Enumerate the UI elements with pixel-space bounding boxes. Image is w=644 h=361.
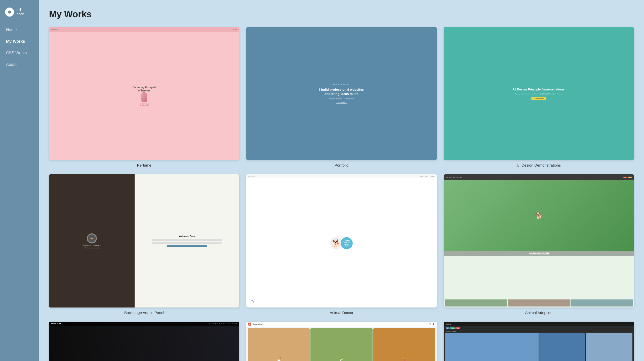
work-item-animal-adoption[interactable]: 首頁找尋幫助類別搜尋 上架 排名 🐕 陪他最幸福的家的歸屬 Animal Ado…: [444, 174, 634, 315]
sidebar-item-about[interactable]: About: [0, 59, 39, 70]
work-item-animal-doctor[interactable]: ALDRIDGE HomeAboutContact 🐕 ANIMAL THINK…: [246, 174, 436, 315]
work-thumb-simple-gallery: Gallery All Sea Sky Recent Photos: [444, 322, 634, 361]
work-label-animal-doctor: Animal Doctor: [330, 311, 353, 315]
work-item-ui-design[interactable]: UI Design Principle Demonstrations A dem…: [444, 27, 634, 167]
work-label-portfolio: Portfolio: [335, 163, 348, 167]
logo-text: bill chen: [17, 8, 24, 16]
work-item-portfolio[interactable]: HomeMy WorksAbout I build professional w…: [246, 27, 436, 167]
work-thumb-film-portfolio: BRIAN CHEN HomeMy WorksAbout Upcoming Pr…: [49, 322, 239, 361]
work-thumb-animal-doctor: ALDRIDGE HomeAboutContact 🐕 ANIMAL THINK…: [246, 174, 436, 307]
main-content: My Works Perfume ● ● ● Capturing the spi…: [39, 0, 644, 361]
work-thumb-animal-adoption: 首頁找尋幫助類別搜尋 上架 排名 🐕 陪他最幸福的家的歸屬: [444, 174, 634, 307]
work-item-cooking-diary[interactable]: C Cooking Diary 🔍👤 🍜 🥬 🍗 🥚 🥘 🥗 Cooking D…: [246, 322, 436, 361]
work-item-simple-gallery[interactable]: Gallery All Sea Sky Recent Photos Simp: [444, 322, 634, 361]
work-thumb-perfume: Perfume ● ● ● Capturing the spiritof her…: [49, 27, 239, 160]
work-thumb-ui-design: UI Design Principle Demonstrations A dem…: [444, 27, 634, 160]
work-thumb-portfolio: HomeMy WorksAbout I build professional w…: [246, 27, 436, 160]
logo-icon: [5, 8, 14, 17]
sidebar: bill chen Home My Works CSS Works About: [0, 0, 39, 361]
work-item-film-portfolio[interactable]: BRIAN CHEN HomeMy WorksAbout Upcoming Pr…: [49, 322, 239, 361]
logo-area: bill chen: [0, 5, 39, 24]
dog-hero-emoji: 🐕: [535, 212, 543, 219]
work-label-perfume: Perfume: [137, 163, 151, 167]
sidebar-item-my-works[interactable]: My Works: [0, 36, 39, 47]
sidebar-item-home[interactable]: Home: [0, 24, 39, 36]
page-title: My Works: [49, 9, 634, 20]
works-grid: Perfume ● ● ● Capturing the spiritof her…: [49, 27, 634, 361]
work-label-animal-adoption: Animal Adoption: [525, 311, 552, 315]
work-label-ui-design: UI Design Demonstrations: [517, 163, 561, 167]
small-animal-icon: 🐾: [251, 300, 254, 302]
film-reel-icon: [87, 233, 97, 243]
work-item-backstage[interactable]: Brian Chen - Filmmaker The Creator of th…: [49, 174, 239, 315]
sidebar-item-css-works[interactable]: CSS Works: [0, 47, 39, 59]
cooking-logo: C: [248, 323, 251, 326]
work-label-backstage: Backstage Admin Panel: [124, 311, 164, 315]
work-thumb-backstage: Brian Chen - Filmmaker The Creator of th…: [49, 174, 239, 307]
work-item-perfume[interactable]: Perfume ● ● ● Capturing the spiritof her…: [49, 27, 239, 167]
work-thumb-cooking-diary: C Cooking Diary 🔍👤 🍜 🥬 🍗 🥚 🥘 🥗: [246, 322, 436, 361]
